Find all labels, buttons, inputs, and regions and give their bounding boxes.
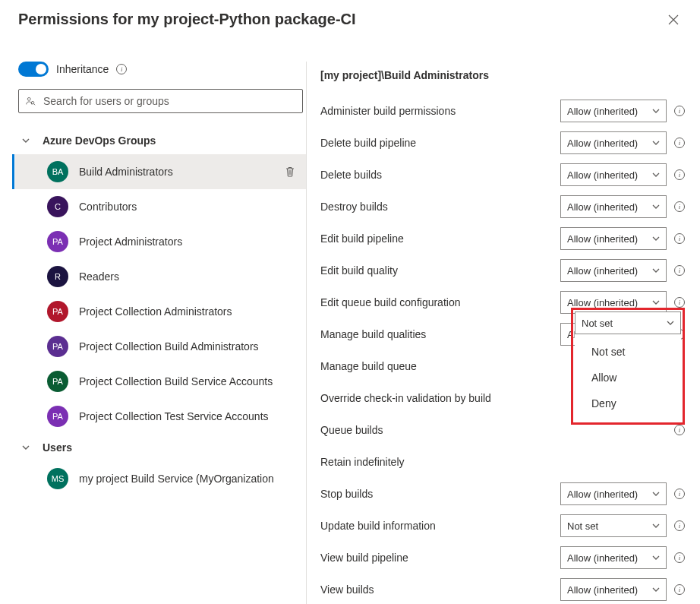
info-icon[interactable]: i: [674, 584, 685, 595]
permission-dropdown[interactable]: Not set: [575, 311, 681, 334]
permission-dropdown[interactable]: Allow (inherited): [560, 195, 667, 218]
permission-dropdown[interactable]: Allow (inherited): [560, 227, 667, 250]
avatar: BA: [47, 161, 68, 182]
permission-dropdown-open[interactable]: Not setNot setAllowDeny: [571, 308, 685, 425]
info-icon[interactable]: i: [674, 169, 685, 180]
chevron-down-icon: [21, 136, 30, 145]
permission-label: Delete builds: [320, 169, 382, 181]
permission-label: Edit queue build configuration: [320, 296, 460, 308]
dropdown-value: Allow (inherited): [567, 584, 638, 596]
chevron-down-icon: [652, 267, 660, 274]
permission-dropdown[interactable]: Not set: [560, 514, 667, 537]
dropdown-option[interactable]: Allow: [575, 365, 681, 391]
chevron-down-icon: [652, 522, 660, 530]
users-section-header[interactable]: Users: [15, 434, 306, 461]
chevron-down-icon: [667, 319, 674, 327]
permission-label: Destroy builds: [320, 201, 388, 213]
close-button[interactable]: [665, 11, 682, 28]
group-item[interactable]: PAProject Collection Build Service Accou…: [15, 364, 306, 399]
info-icon[interactable]: i: [674, 520, 685, 531]
permission-row: View buildsAllow (inherited)i: [319, 574, 685, 604]
dropdown-value: Allow (inherited): [567, 106, 638, 117]
permission-row: Administer build permissionsAllow (inher…: [319, 95, 685, 127]
svg-point-1: [31, 101, 34, 104]
group-item-label: Readers: [79, 270, 300, 283]
group-item-label: Project Administrators: [79, 236, 300, 248]
group-item[interactable]: PAProject Collection Test Service Accoun…: [15, 399, 306, 434]
person-search-icon: [25, 96, 36, 106]
delete-icon[interactable]: [285, 166, 300, 178]
group-item-label: Project Collection Build Service Account…: [79, 375, 300, 387]
permission-label: Manage build qualities: [320, 328, 426, 340]
avatar: R: [47, 266, 68, 287]
permission-dropdown[interactable]: Allow (inherited): [560, 482, 667, 505]
dropdown-option[interactable]: Deny: [575, 391, 681, 416]
permission-row: View build pipelineAllow (inherited)i: [319, 542, 685, 574]
info-icon[interactable]: i: [674, 297, 685, 308]
group-item[interactable]: PAProject Administrators: [15, 224, 306, 259]
identity-panel: Inheritance i Azure DevOps Groups BABuil…: [15, 62, 307, 604]
permission-dropdown[interactable]: Allow (inherited): [560, 163, 667, 186]
dialog-title: Permissions for my project-Python packag…: [18, 11, 356, 28]
dropdown-value: Allow (inherited): [567, 265, 638, 277]
chevron-down-icon: [652, 586, 660, 593]
permission-label: Stop builds: [320, 488, 373, 500]
permission-dropdown[interactable]: Allow (inherited): [560, 100, 667, 122]
info-icon[interactable]: i: [116, 64, 127, 74]
group-item-label: Project Collection Administrators: [79, 305, 300, 318]
permission-controls: Allow (inherited)i: [560, 546, 685, 569]
permission-controls: Allow (inherited)i: [560, 578, 685, 601]
user-item[interactable]: MSmy project Build Service (MyOrganizati…: [15, 461, 306, 496]
search-input[interactable]: [42, 94, 296, 108]
dropdown-value: Allow (inherited): [567, 297, 638, 308]
group-item[interactable]: RReaders: [15, 259, 306, 294]
permission-label: Edit build quality: [320, 264, 398, 277]
info-icon[interactable]: i: [674, 201, 685, 212]
info-icon[interactable]: i: [674, 233, 685, 244]
dropdown-value: Not set: [582, 318, 613, 329]
group-item-label: Build Administrators: [79, 166, 274, 178]
info-icon[interactable]: i: [674, 265, 685, 276]
permission-row: Stop buildsAllow (inherited)i: [319, 478, 685, 510]
permission-controls: i: [674, 425, 685, 435]
permission-controls: Not setNot setAllowDeny: [571, 308, 685, 425]
permission-controls: Allow (inherited)i: [560, 163, 685, 186]
info-icon[interactable]: i: [674, 425, 685, 435]
inheritance-toggle[interactable]: [18, 62, 49, 77]
group-item[interactable]: PAProject Collection Administrators: [15, 294, 306, 329]
selected-identity-title: [my project]\Build Administrators: [319, 62, 685, 95]
group-item[interactable]: PAProject Collection Build Administrator…: [15, 329, 306, 364]
permission-dropdown[interactable]: Allow (inherited): [560, 578, 667, 601]
search-input-wrapper[interactable]: [18, 89, 303, 113]
info-icon[interactable]: i: [674, 489, 685, 499]
avatar: PA: [47, 336, 68, 357]
avatar: C: [47, 196, 68, 217]
group-item[interactable]: BABuild Administrators: [15, 154, 306, 189]
chevron-down-icon: [652, 203, 660, 210]
permission-row: Delete build pipelineAllow (inherited)i: [319, 127, 685, 159]
dropdown-menu: Not setAllowDeny: [575, 334, 681, 421]
svg-point-0: [27, 97, 30, 100]
info-icon[interactable]: i: [674, 138, 685, 148]
info-icon[interactable]: i: [674, 106, 685, 116]
dropdown-option[interactable]: Not set: [575, 339, 681, 365]
permission-dropdown[interactable]: Allow (inherited): [560, 131, 667, 154]
chevron-down-icon: [652, 299, 660, 306]
permission-row: Update build informationNot seti: [319, 510, 685, 542]
permission-label: Delete build pipeline: [320, 137, 416, 149]
chevron-down-icon: [652, 235, 660, 242]
groups-section-header[interactable]: Azure DevOps Groups: [15, 127, 306, 154]
group-item[interactable]: CContributors: [15, 189, 306, 224]
avatar: PA: [47, 301, 68, 322]
permission-controls: Allow (inherited)i: [560, 227, 685, 250]
chevron-down-icon: [652, 490, 660, 498]
info-icon[interactable]: i: [674, 552, 685, 563]
permission-dropdown[interactable]: Allow (inherited): [560, 546, 667, 569]
dropdown-value: Allow (inherited): [567, 489, 638, 500]
dropdown-value: Allow (inherited): [567, 169, 638, 181]
permission-label: Manage build queue: [320, 360, 417, 372]
permission-label: Edit build pipeline: [320, 232, 404, 245]
permission-label: Retain indefinitely: [320, 456, 405, 468]
permission-row: Edit build qualityAllow (inherited)i: [319, 255, 685, 286]
permission-dropdown[interactable]: Allow (inherited): [560, 259, 667, 282]
